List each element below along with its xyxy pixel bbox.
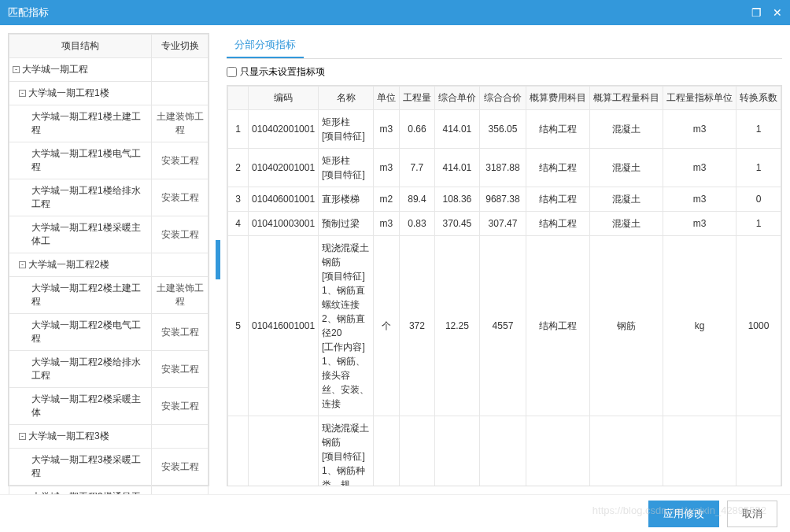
cell[interactable]: 1000 bbox=[736, 236, 781, 416]
tree-row[interactable]: 大学城一期工程2楼土建工程土建装饰工程 bbox=[9, 277, 209, 314]
cell[interactable]: 6 bbox=[228, 416, 249, 487]
tree-row[interactable]: 大学城一期工程2楼给排水工程安装工程 bbox=[9, 351, 209, 388]
cell[interactable]: t bbox=[373, 416, 399, 487]
cell[interactable]: 414.01 bbox=[434, 149, 479, 187]
specialty-cell[interactable]: 安装工程 bbox=[152, 142, 209, 179]
tree-cell[interactable]: 大学城一期工程1楼土建工程 bbox=[9, 105, 152, 142]
cell[interactable]: m3 bbox=[663, 212, 736, 236]
tree-cell[interactable]: 大学城一期工程1楼电气工程 bbox=[9, 142, 152, 179]
cell[interactable]: 结构工程 bbox=[526, 149, 590, 187]
tree-toggle-icon[interactable]: - bbox=[19, 433, 26, 440]
cell[interactable]: m2 bbox=[373, 187, 399, 212]
table-row[interactable]: 6010416001002现浇混凝土钢筋 [项目特征] 1、钢筋种类、规 格：H… bbox=[228, 416, 781, 487]
tree-row[interactable]: 大学城一期工程2楼电气工程安装工程 bbox=[9, 314, 209, 351]
tree-cell[interactable]: -大学城一期工程3楼 bbox=[9, 425, 152, 449]
table-row[interactable]: 2010402001001矩形柱 [项目特征]m37.7414.013187.8… bbox=[228, 149, 781, 187]
cell[interactable]: 12.25 bbox=[434, 236, 479, 416]
table-row[interactable]: 3010406001001直形楼梯m289.4108.369687.38结构工程… bbox=[228, 187, 781, 212]
cell[interactable]: 010416001001 bbox=[249, 236, 319, 416]
cell[interactable]: 307.47 bbox=[479, 212, 526, 236]
cell[interactable]: 010402001001 bbox=[249, 110, 319, 149]
tree-row[interactable]: -大学城一期工程3楼 bbox=[9, 425, 209, 449]
cell[interactable]: 混凝土 bbox=[590, 212, 663, 236]
cell[interactable]: 现浇混凝土钢筋 [项目特征] 1、钢筋直螺纹连接 2、钢筋直径20 [工作内容]… bbox=[319, 236, 374, 416]
specialty-cell[interactable]: 土建装饰工程 bbox=[152, 277, 209, 314]
specialty-cell[interactable]: 安装工程 bbox=[152, 388, 209, 425]
tree-toggle-icon[interactable]: - bbox=[13, 66, 20, 73]
cell[interactable]: 0.66 bbox=[399, 110, 434, 149]
cell[interactable]: 89.4 bbox=[399, 187, 434, 212]
cell[interactable]: 1 bbox=[228, 110, 249, 149]
vertical-splitter[interactable] bbox=[216, 33, 220, 486]
cell[interactable]: 1 bbox=[736, 212, 781, 236]
cell[interactable]: 0.83 bbox=[399, 212, 434, 236]
cell[interactable]: m3 bbox=[373, 212, 399, 236]
cell[interactable]: 1000 bbox=[736, 416, 781, 487]
cell[interactable]: 010402001001 bbox=[249, 149, 319, 187]
table-row[interactable]: 1010402001001矩形柱 [项目特征]m30.66414.01356.0… bbox=[228, 110, 781, 149]
tree-cell[interactable]: -大学城一期工程 bbox=[9, 58, 152, 82]
cell[interactable]: 2 bbox=[228, 149, 249, 187]
cell[interactable]: m3 bbox=[373, 149, 399, 187]
cell[interactable] bbox=[526, 416, 590, 487]
specialty-cell[interactable]: 安装工程 bbox=[152, 351, 209, 388]
cell[interactable]: 370.45 bbox=[434, 212, 479, 236]
cell[interactable]: 4 bbox=[228, 212, 249, 236]
tree-toggle-icon[interactable]: - bbox=[19, 90, 26, 97]
cell[interactable]: 010406001001 bbox=[249, 187, 319, 212]
specialty-cell[interactable]: 安装工程 bbox=[152, 314, 209, 351]
tab-subsection-index[interactable]: 分部分项指标 bbox=[227, 33, 304, 58]
cell[interactable]: 4557 bbox=[479, 236, 526, 416]
tree-cell[interactable]: -大学城一期工程1楼 bbox=[9, 82, 152, 105]
cell[interactable]: 结构工程 bbox=[526, 110, 590, 149]
tree-cell[interactable]: 大学城一期工程3楼采暖工程 bbox=[9, 449, 152, 486]
tree-row[interactable]: 大学城一期工程2楼采暖主体安装工程 bbox=[9, 388, 209, 425]
main-table-wrapper[interactable]: 编码名称单位工程量综合单价综合合价概算费用科目概算工程量科目工程量指标单位转换系… bbox=[227, 85, 782, 486]
cell[interactable]: 5043.82 bbox=[434, 416, 479, 487]
tree-row[interactable]: -大学城一期工程1楼 bbox=[9, 82, 209, 105]
cell[interactable]: 5 bbox=[228, 236, 249, 416]
cell[interactable]: 个 bbox=[373, 236, 399, 416]
cell[interactable]: 3 bbox=[228, 187, 249, 212]
cell[interactable]: 010416001002 bbox=[249, 416, 319, 487]
specialty-cell[interactable] bbox=[152, 253, 209, 277]
tree-row[interactable]: -大学城一期工程2楼 bbox=[9, 253, 209, 277]
specialty-cell[interactable]: 安装工程 bbox=[152, 449, 209, 486]
cell[interactable]: 0 bbox=[736, 187, 781, 212]
cell[interactable]: 7.7 bbox=[399, 149, 434, 187]
cell[interactable]: 结构工程 bbox=[526, 187, 590, 212]
cell[interactable]: 混凝土 bbox=[590, 187, 663, 212]
cell[interactable]: 108.36 bbox=[434, 187, 479, 212]
tree-row[interactable]: 大学城一期工程1楼电气工程安装工程 bbox=[9, 142, 209, 179]
cell[interactable]: 矩形柱 [项目特征] bbox=[319, 110, 374, 149]
specialty-cell[interactable] bbox=[152, 82, 209, 105]
tree-cell[interactable]: 大学城一期工程2楼电气工程 bbox=[9, 314, 152, 351]
specialty-cell[interactable]: 土建装饰工程 bbox=[152, 105, 209, 142]
cell[interactable]: 356.05 bbox=[479, 110, 526, 149]
specialty-cell[interactable] bbox=[152, 58, 209, 82]
cell[interactable]: m3 bbox=[663, 149, 736, 187]
cell[interactable]: 矩形柱 [项目特征] bbox=[319, 149, 374, 187]
tree-cell[interactable]: 大学城一期工程2楼土建工程 bbox=[9, 277, 152, 314]
tree-toggle-icon[interactable]: - bbox=[19, 261, 26, 268]
cell[interactable]: 9687.38 bbox=[479, 187, 526, 212]
specialty-cell[interactable] bbox=[152, 425, 209, 449]
tree-cell[interactable]: -大学城一期工程2楼 bbox=[9, 253, 152, 277]
cell[interactable]: 混凝土 bbox=[590, 149, 663, 187]
cell[interactable]: 414.01 bbox=[434, 110, 479, 149]
table-row[interactable]: 4010410003001预制过梁m30.83370.45307.47结构工程混… bbox=[228, 212, 781, 236]
table-row[interactable]: 5010416001001现浇混凝土钢筋 [项目特征] 1、钢筋直螺纹连接 2、… bbox=[228, 236, 781, 416]
show-unset-checkbox[interactable] bbox=[227, 67, 237, 77]
cell[interactable]: 钢筋 bbox=[590, 236, 663, 416]
cancel-button[interactable]: 取消 bbox=[727, 501, 777, 527]
cell[interactable]: kg bbox=[663, 236, 736, 416]
splitter-handle-icon[interactable] bbox=[216, 240, 220, 279]
cell[interactable]: 1 bbox=[736, 110, 781, 149]
cell[interactable]: 3.737 bbox=[399, 416, 434, 487]
cell[interactable]: 混凝土 bbox=[590, 110, 663, 149]
tree-row[interactable]: 大学城一期工程3楼采暖工程安装工程 bbox=[9, 449, 209, 486]
maximize-icon[interactable]: ❐ bbox=[751, 6, 762, 19]
tree-cell[interactable]: 大学城一期工程1楼给排水工程 bbox=[9, 179, 152, 216]
cell[interactable]: 预制过梁 bbox=[319, 212, 374, 236]
cell[interactable]: m3 bbox=[373, 110, 399, 149]
